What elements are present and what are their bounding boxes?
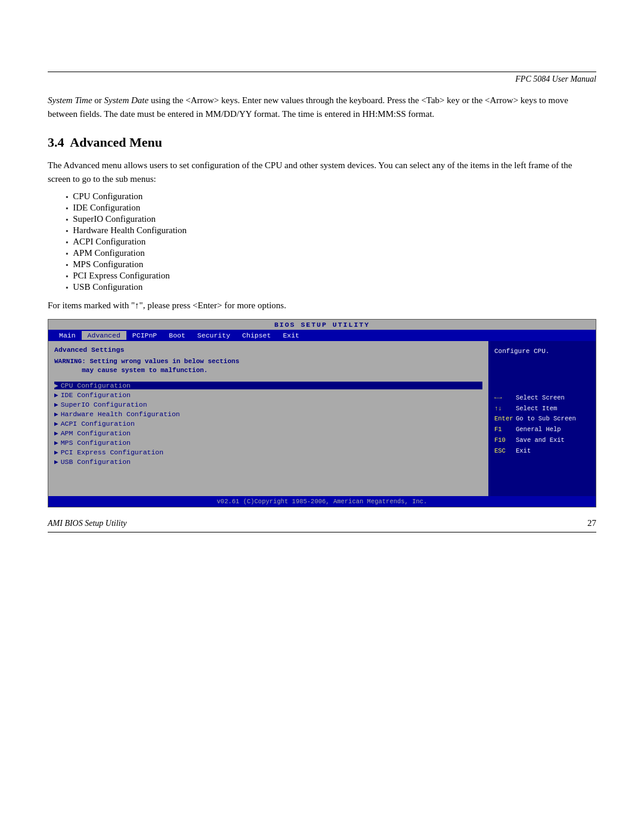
bios-entry-label: MPS Configuration <box>61 439 131 447</box>
list-item: ▪Hardware Health Configuration <box>66 225 596 236</box>
list-item: ▪PCI Express Configuration <box>66 271 596 281</box>
page-number: 27 <box>587 518 596 528</box>
bios-key-desc: Exit <box>516 446 531 457</box>
intro-paragraph: System Time or System Date using the <Ar… <box>48 94 596 120</box>
section-heading: 3.4 Advanced Menu <box>48 135 596 150</box>
bios-entry-arrow: ▶ <box>54 401 58 408</box>
bios-key-row: EnterGo to Sub Screen <box>494 414 590 425</box>
section-description: The Advanced menu allows users to set co… <box>48 159 596 185</box>
bios-entry-label: Hardware Health Configuration <box>61 410 180 418</box>
bios-entry[interactable]: ▶USB Configuration <box>54 458 482 466</box>
bios-footer: v02.61 (C)Copyright 1985-2006, American … <box>48 496 596 507</box>
bios-entry[interactable]: ▶SuperIO Configuration <box>54 401 482 408</box>
bios-entry[interactable]: ▶APM Configuration <box>54 429 482 437</box>
bios-entry-label: SuperIO Configuration <box>61 401 147 408</box>
list-item: ▪IDE Configuration <box>66 203 596 213</box>
bios-entry-arrow: ▶ <box>54 410 58 418</box>
bios-menu-item-exit[interactable]: Exit <box>277 331 305 340</box>
footer-label: AMI BIOS Setup Utility <box>48 519 127 528</box>
bios-menu-item-advanced[interactable]: Advanced <box>82 331 126 340</box>
bios-key-label: Enter <box>494 414 513 425</box>
bios-body: Advanced Settings WARNING: Setting wrong… <box>48 341 596 496</box>
bullet-icon: ▪ <box>66 227 68 236</box>
bios-key-row: ←→Select Screen <box>494 393 590 404</box>
content-area: System Time or System Date using the <Ar… <box>48 94 596 528</box>
bios-key-label: ←→ <box>494 393 513 404</box>
bios-entry-label: IDE Configuration <box>61 391 131 399</box>
bios-entry-arrow: ▶ <box>54 458 58 466</box>
system-date-italic: System Date <box>104 95 149 105</box>
bios-configure-text: Configure CPU. <box>494 346 590 357</box>
bios-entry-label: CPU Configuration <box>61 382 131 389</box>
bios-warning: WARNING: Setting wrong values in below s… <box>54 357 482 376</box>
bios-key-desc: Go to Sub Screen <box>516 414 576 425</box>
bullet-icon: ▪ <box>66 249 68 258</box>
bios-key-label: ESC <box>494 446 513 457</box>
bios-left-panel: Advanced Settings WARNING: Setting wrong… <box>48 341 488 496</box>
bios-menu-item-main[interactable]: Main <box>53 331 82 340</box>
bios-entry-label: APM Configuration <box>61 429 131 437</box>
bios-entry[interactable]: ▶PCI Express Configuration <box>54 448 482 456</box>
bios-menu-entries: ▶CPU Configuration▶IDE Configuration▶Sup… <box>54 382 482 466</box>
bios-entry-arrow: ▶ <box>54 420 58 428</box>
bullet-icon: ▪ <box>66 193 68 202</box>
bottom-rule <box>48 532 596 532</box>
header-rule <box>48 72 596 72</box>
bios-entry[interactable]: ▶Hardware Health Configuration <box>54 410 482 418</box>
bios-key-desc: General Help <box>516 425 561 435</box>
bios-menu-item-boot[interactable]: Boot <box>163 331 191 340</box>
bios-key-desc: Save and Exit <box>516 435 565 446</box>
bios-screenshot: BIOS SETUP UTILITY MainAdvancedPCIPnPBoo… <box>48 319 596 507</box>
bios-key-row: F10Save and Exit <box>494 435 590 446</box>
bios-key-row: ESCExit <box>494 446 590 457</box>
bios-entry-arrow: ▶ <box>54 391 58 399</box>
bios-entry-arrow: ▶ <box>54 439 58 447</box>
bullet-icon: ▪ <box>66 215 68 224</box>
bios-entry[interactable]: ▶IDE Configuration <box>54 391 482 399</box>
bios-key-desc: Select Item <box>516 404 557 414</box>
bios-entry[interactable]: ▶CPU Configuration <box>54 382 482 389</box>
bios-key-row: F1General Help <box>494 425 590 435</box>
bios-menu-item-security[interactable]: Security <box>191 331 236 340</box>
bios-menu-item-chipset[interactable]: Chipset <box>236 331 277 340</box>
bullet-icon: ▪ <box>66 238 68 247</box>
feature-list: ▪CPU Configuration▪IDE Configuration▪Sup… <box>66 191 596 292</box>
bios-entry-arrow: ▶ <box>54 382 58 389</box>
bios-entry-label: PCI Express Configuration <box>61 448 164 456</box>
bios-entry-label: ACPI Configuration <box>61 420 135 428</box>
bios-title-bar: BIOS SETUP UTILITY <box>48 320 596 330</box>
bios-entry[interactable]: ▶ACPI Configuration <box>54 420 482 428</box>
list-item: ▪CPU Configuration <box>66 191 596 202</box>
bios-key-label: F10 <box>494 435 513 446</box>
bios-help-text: Configure CPU. <box>494 346 590 357</box>
bios-entry[interactable]: ▶MPS Configuration <box>54 439 482 447</box>
bios-panel-title: Advanced Settings <box>54 346 482 354</box>
bios-key-desc: Select Screen <box>516 393 565 404</box>
list-item: ▪ACPI Configuration <box>66 237 596 247</box>
list-item: ▪MPS Configuration <box>66 259 596 270</box>
bios-key-label: F1 <box>494 425 513 435</box>
bios-menu-bar: MainAdvancedPCIPnPBootSecurityChipsetExi… <box>48 330 596 341</box>
page-footer: AMI BIOS Setup Utility 27 <box>48 518 596 528</box>
bios-entry-arrow: ▶ <box>54 429 58 437</box>
system-time-italic: System Time <box>48 95 92 105</box>
list-item: ▪USB Configuration <box>66 282 596 292</box>
list-item: ▪SuperIO Configuration <box>66 214 596 224</box>
bios-entry-arrow: ▶ <box>54 448 58 456</box>
list-item: ▪APM Configuration <box>66 248 596 258</box>
bullet-icon: ▪ <box>66 272 68 281</box>
header-title: FPC 5084 User Manual <box>48 75 596 84</box>
bios-key-row: ↑↓Select Item <box>494 404 590 414</box>
bios-right-panel: Configure CPU. ←→Select Screen↑↓Select I… <box>488 341 596 496</box>
bios-menu-item-pcipnp[interactable]: PCIPnP <box>126 331 163 340</box>
enter-note: For items marked with "↑", please press … <box>48 301 596 311</box>
bullet-icon: ▪ <box>66 283 68 292</box>
bios-entry-label: USB Configuration <box>61 458 131 466</box>
bullet-icon: ▪ <box>66 204 68 213</box>
bios-key-legend: ←→Select Screen↑↓Select ItemEnterGo to S… <box>494 393 590 457</box>
bios-key-label: ↑↓ <box>494 404 513 414</box>
page: FPC 5084 User Manual System Time or Syst… <box>0 72 644 833</box>
bullet-icon: ▪ <box>66 261 68 270</box>
